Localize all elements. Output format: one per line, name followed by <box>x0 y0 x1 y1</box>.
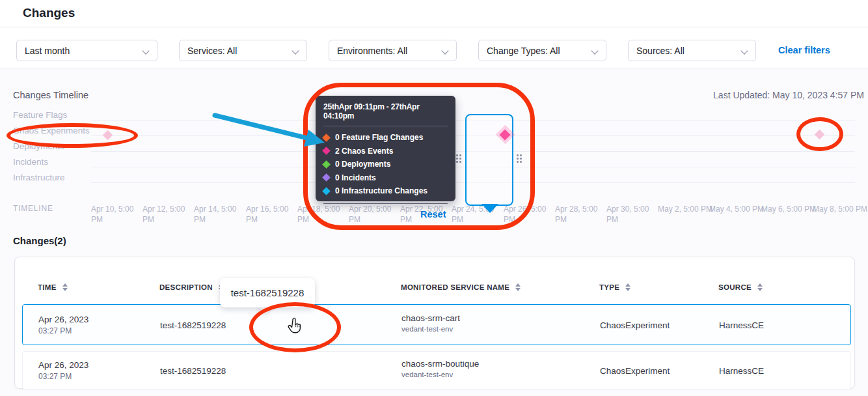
timeline-row-incidents: Incidents <box>13 157 48 167</box>
sort-icon[interactable] <box>625 283 631 291</box>
axis-tick: Apr 12, 5:00 PM <box>142 204 198 225</box>
cell-description: test-1682519228 <box>160 366 226 376</box>
chevron-down-icon <box>591 48 598 54</box>
axis-tick: May 6, 5:00 PM <box>761 204 817 214</box>
axis-tick: Apr 24, 5:00 PM <box>452 204 508 225</box>
tooltip-item-deployments: 0 Deployments <box>323 158 448 171</box>
deployment-diamond-icon <box>322 160 331 169</box>
timeline-row-deployments: Deployments <box>13 141 64 151</box>
cell-type: ChaosExperiment <box>600 366 670 376</box>
axis-tick: Apr 26, 5:00 PM <box>504 204 560 225</box>
table-row[interactable]: Apr 26, 2023 03:27 PM test-1682519228 ch… <box>22 304 851 345</box>
filter-bar: Last month Services: All Environments: A… <box>0 27 868 68</box>
changes-table: TIME DESCRIPTION MONITORED SERVICE NAME … <box>14 257 855 389</box>
tooltip-item-feature-flags: 0 Feature Flag Changes <box>323 131 448 145</box>
axis-tick: May 4, 5:00 PM <box>709 204 765 214</box>
brush-left-handle[interactable] <box>456 154 462 165</box>
incident-diamond-icon <box>322 173 331 182</box>
chaos-event-diamond-icon <box>322 147 331 155</box>
environments-dropdown[interactable]: Environments: All <box>329 40 457 61</box>
column-header-source[interactable]: SOURCE <box>718 283 763 291</box>
tooltip-item-label: 0 Incidents <box>335 173 376 182</box>
clear-filters-link[interactable]: Clear filters <box>778 45 830 55</box>
infrastructure-diamond-icon <box>322 187 331 195</box>
timeline-row-feature-flags: Feature Flags <box>13 110 67 120</box>
chevron-down-icon <box>292 48 299 54</box>
chevron-down-icon <box>142 48 149 54</box>
page-title: Changes <box>23 6 75 20</box>
change-types-dropdown[interactable]: Change Types: All <box>478 40 606 61</box>
axis-tick: Apr 14, 5:00 PM <box>194 204 250 225</box>
axis-tick: Apr 28, 5:00 PM <box>555 204 611 225</box>
tooltip-item-chaos-events: 2 Chaos Events <box>323 145 448 158</box>
last-updated-text: Last Updated: May 10, 2023 4:57 PM <box>713 90 864 100</box>
cell-source: HarnessCE <box>719 320 764 330</box>
brush-right-handle[interactable] <box>517 154 522 165</box>
column-header-description[interactable]: DESCRIPTION <box>159 283 224 291</box>
row-hover-tooltip: test-1682519228 <box>220 278 315 307</box>
chaos-event-marker-faded[interactable] <box>103 130 113 141</box>
environments-value: Environments: All <box>337 46 407 56</box>
timeline-range-tooltip: 25thApr 09:11pm - 27thApr 04:10pm 0 Feat… <box>316 96 455 201</box>
axis-tick: Apr 10, 5:00 PM <box>91 204 147 225</box>
tooltip-item-label: 0 Feature Flag Changes <box>335 133 423 142</box>
cell-monitored-service: chaos-srm-boutique vedant-test-env <box>401 359 479 378</box>
cell-time: Apr 26, 2023 03:27 PM <box>38 360 88 381</box>
timeline-row-chaos-experiments: Chaos Experiments <box>13 126 90 135</box>
changes-count-heading: Changes(2) <box>13 235 66 246</box>
brush-pointer-icon <box>481 204 498 213</box>
cell-description: test-1682519228 <box>160 320 226 330</box>
axis-tick: Apr 30, 5:00 PM <box>606 204 662 225</box>
services-value: Services: All <box>187 46 237 56</box>
divider <box>323 203 448 204</box>
sort-icon[interactable] <box>515 283 521 291</box>
cell-type: ChaosExperiment <box>600 320 670 330</box>
chevron-down-icon <box>442 48 448 54</box>
timeline-row-infrastructure: Infrastructure <box>13 173 65 182</box>
sources-dropdown[interactable]: Sources: All <box>628 40 756 61</box>
chevron-down-icon <box>741 48 748 54</box>
tooltip-range-title: 25thApr 09:11pm - 27thApr 04:10pm <box>323 102 448 120</box>
change-types-value: Change Types: All <box>487 46 560 56</box>
sort-icon[interactable] <box>62 283 68 291</box>
timeline-section-title: Changes Timeline <box>13 90 88 100</box>
cell-time: Apr 26, 2023 03:27 PM <box>38 315 88 335</box>
sources-value: Sources: All <box>636 46 685 56</box>
axis-tick: May 2, 5:00 PM <box>658 204 714 214</box>
services-dropdown[interactable]: Services: All <box>179 40 307 61</box>
column-header-monitored-service[interactable]: MONITORED SERVICE NAME <box>401 283 521 291</box>
tooltip-item-incidents: 0 Incidents <box>323 171 448 185</box>
tooltip-item-label: 2 Chaos Events <box>335 147 393 156</box>
column-header-type[interactable]: TYPE <box>599 283 631 291</box>
cell-monitored-service: chaos-srm-cart vedant-test-env <box>401 313 460 333</box>
changes-timeline-section: Changes Timeline Last Updated: May 10, 2… <box>0 68 868 231</box>
column-header-time[interactable]: TIME <box>38 283 68 291</box>
title-bar: Changes <box>0 0 868 27</box>
cell-source: HarnessCE <box>719 366 764 376</box>
divider <box>323 126 448 126</box>
chaos-event-marker-faded[interactable] <box>815 130 825 140</box>
timeline-axis-label: TIMELINE <box>13 204 53 213</box>
tooltip-item-infrastructure: 0 Infrastructure Changes <box>323 184 448 198</box>
sort-icon[interactable] <box>757 283 763 291</box>
tooltip-item-label: 0 Deployments <box>335 160 390 169</box>
axis-tick: May 8, 5:00 PM <box>813 204 868 214</box>
tooltip-item-label: 0 Infrastructure Changes <box>335 186 427 195</box>
axis-tick: Apr 20, 5:00 PM <box>349 204 405 225</box>
table-row[interactable]: Apr 26, 2023 03:27 PM test-1682519228 ch… <box>22 351 851 389</box>
feature-flag-diamond-icon <box>322 134 331 142</box>
reset-brush-link[interactable]: Reset <box>420 209 446 219</box>
time-range-value: Last month <box>25 46 70 56</box>
time-range-dropdown[interactable]: Last month <box>16 40 157 61</box>
axis-tick: Apr 18, 5:00 PM <box>297 204 353 225</box>
axis-tick: Apr 16, 5:00 PM <box>246 204 302 225</box>
